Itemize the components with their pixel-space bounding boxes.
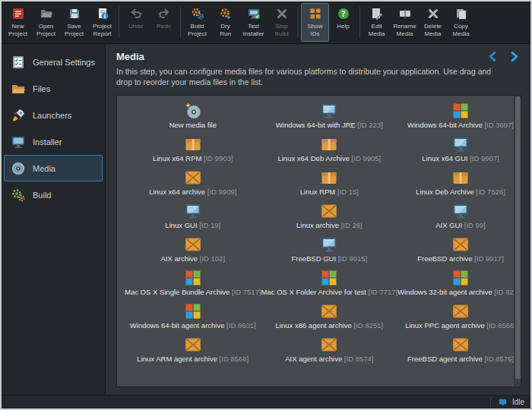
media-item[interactable]: New media file (125, 102, 261, 129)
monitor-icon (451, 135, 470, 153)
media-item[interactable]: Linux PPC agent archive [ID 8566] (397, 302, 521, 330)
save-project-button[interactable]: Save Project (60, 3, 88, 42)
toolbar-separator (119, 7, 119, 38)
new-project-button[interactable]: New Project (4, 3, 32, 42)
colored-grid-icon (320, 269, 338, 287)
media-item-id: [ID 19] (198, 221, 221, 229)
sidebar-item-installer[interactable]: Installer (4, 128, 103, 155)
sidebar-item-general-settings[interactable]: General Settings (4, 49, 103, 75)
sidebar-item-launchers[interactable]: Launchers (4, 102, 103, 128)
media-item-name: Mac OS X Folder Archive for test (261, 288, 366, 296)
media-item[interactable]: AIX GUI [ID 99] (397, 202, 521, 229)
toolbar-button-label: Stop Build (275, 23, 289, 37)
package-x-icon (451, 302, 470, 320)
media-item[interactable]: FreeBSD archive [ID 9917] (397, 235, 521, 263)
files-icon (10, 80, 27, 97)
media-item-name: New media file (169, 121, 217, 129)
sidebar-item-build[interactable]: Build (4, 181, 103, 208)
media-item-id: [ID 8566] (485, 321, 516, 330)
sidebar-item-media[interactable]: Media (4, 155, 103, 181)
svg-text:?: ? (341, 10, 346, 18)
delete-media-icon (426, 6, 441, 21)
dry-run-button[interactable]: Dry Run (211, 3, 239, 42)
media-item[interactable]: Mac OS X Single Bundle Archive [ID 7517] (125, 269, 261, 296)
media-item[interactable]: Linux x86 agent archive [ID 8251] (261, 302, 398, 330)
sidebar-item-label: Installer (33, 137, 62, 147)
media-item-name: Mac OS X Single Bundle Archive (125, 288, 230, 296)
media-item[interactable]: Linux x64 RPM [ID 9903] (125, 135, 261, 162)
monitor-icon (451, 202, 470, 220)
media-item-label: Linux x86 agent archive [ID 8251] (276, 321, 384, 330)
media-item-label: Windows 64-bit with JRE [ID 223] (276, 121, 383, 129)
media-item-id: [ID 8251] (352, 321, 383, 330)
package-x-icon (184, 336, 202, 354)
redo-button[interactable]: Redo (150, 3, 178, 42)
build-project-button[interactable]: Build Project (183, 3, 211, 42)
media-item[interactable]: Linux x64 archive [ID 9909] (125, 169, 261, 196)
media-item-label: Linux x64 archive [ID 9909] (149, 188, 236, 196)
open-project-button[interactable]: Open Project (32, 3, 60, 42)
scrollbar-thumb[interactable] (515, 96, 521, 378)
dry-run-icon (218, 6, 233, 21)
media-item[interactable]: Windows 32-bit agent archive [ID 8219] (397, 269, 521, 296)
page-title: Media (116, 51, 144, 62)
save-project-icon (67, 6, 82, 21)
media-item[interactable]: Linux GUI [ID 19] (125, 202, 261, 229)
delete-media-button[interactable]: Delete Media (419, 3, 447, 42)
media-item[interactable]: Linux ARM agent archive [ID 8568] (125, 336, 261, 363)
media-item[interactable]: FreeBSD GUI [ID 9915] (261, 235, 398, 263)
media-item-label: FreeBSD archive [ID 9917] (417, 254, 504, 263)
media-item[interactable]: Linux Deb Archive [ID 7526] (397, 169, 521, 196)
media-item[interactable]: Windows 64-bit agent archive [ID 8601] (125, 302, 261, 330)
sidebar-item-label: Build (33, 191, 51, 200)
media-item[interactable]: Mac OS X Folder Archive for test [ID 771… (261, 269, 398, 296)
copy-media-button[interactable]: Copy Media (447, 3, 475, 42)
package-x-icon (320, 302, 338, 320)
build-project-icon (190, 6, 205, 21)
toolbar-button-label: Dry Run (220, 23, 231, 37)
media-item-id: [ID 15] (335, 188, 359, 196)
media-item-name: Linux RPM (300, 188, 335, 196)
package-x-icon (320, 336, 338, 354)
media-item[interactable]: Linux RPM [ID 15] (261, 169, 398, 196)
media-item[interactable]: Windows 64-bit Archive [ID 3697] (397, 102, 521, 129)
media-item-label: Mac OS X Folder Archive for test [ID 771… (261, 288, 398, 296)
sidebar-item-label: General Settings (33, 58, 95, 67)
edit-media-icon (369, 6, 385, 21)
media-item[interactable]: Linux archive [ID 28] (261, 202, 398, 229)
media-item[interactable]: Linux x64 Deb Archive [ID 9905] (261, 135, 398, 162)
monitor-icon (320, 235, 338, 254)
main-header: Media (106, 44, 530, 65)
toolbar-separator (359, 7, 360, 38)
prev-step-button[interactable] (486, 50, 499, 62)
next-step-button[interactable] (508, 50, 520, 62)
test-installer-icon (246, 6, 261, 21)
stop-build-button[interactable]: Stop Build (268, 3, 296, 42)
media-item[interactable]: AIX agent archive [ID 8574] (261, 336, 398, 363)
package-x-icon (184, 235, 202, 254)
media-item-name: FreeBSD agent archive (407, 355, 483, 363)
media-item-label: Mac OS X Single Bundle Archive [ID 7517] (125, 288, 261, 296)
status-idle-icon (499, 398, 508, 407)
statusbar-separator (490, 398, 491, 407)
rename-media-button[interactable]: Rename Media (391, 3, 419, 42)
monitor-icon (184, 202, 202, 220)
edit-media-button[interactable]: Edit Media (363, 3, 391, 42)
project-report-button[interactable]: Project Report (88, 3, 116, 42)
show-ids-button[interactable]: Show IDs (301, 3, 329, 42)
media-item[interactable]: Linux x64 GUI [ID 9907] (397, 135, 521, 162)
media-item-label: Windows 32-bit agent archive [ID 8219] (397, 288, 521, 296)
media-item[interactable]: AIX archive [ID 102] (125, 235, 261, 263)
media-item[interactable]: Windows 64-bit with JRE [ID 223] (261, 102, 398, 129)
undo-button[interactable]: Undo (122, 3, 150, 42)
vertical-scrollbar[interactable] (514, 96, 521, 386)
media-item-id: [ID 102] (198, 254, 225, 263)
media-item[interactable]: FreeBSD agent archive [ID 8576] (397, 336, 521, 363)
sidebar-item-files[interactable]: Files (4, 75, 103, 102)
help-button[interactable]: ?Help (329, 3, 357, 42)
content-area: General SettingsFilesLaunchersInstallerM… (2, 44, 530, 395)
media-item-name: Windows 32-bit agent archive (397, 288, 492, 296)
help-icon: ? (336, 6, 351, 21)
test-installer-button[interactable]: Test Installer (239, 3, 268, 42)
project-report-icon (95, 6, 110, 21)
